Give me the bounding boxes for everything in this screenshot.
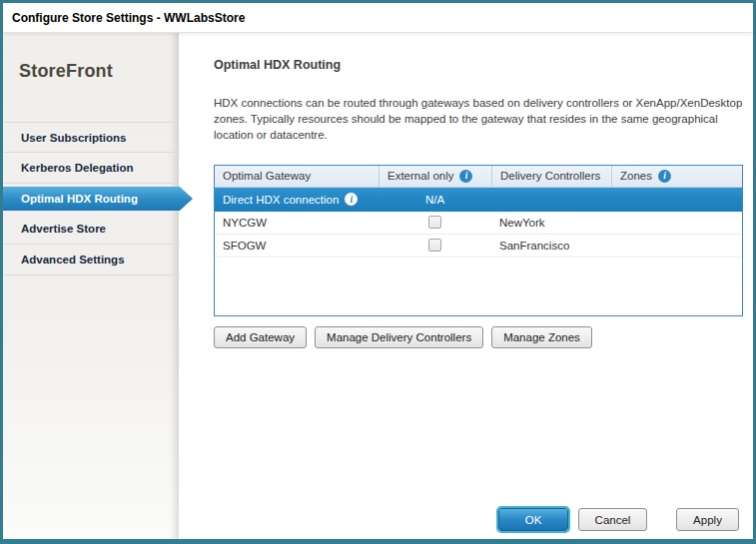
add-gateway-button[interactable]: Add Gateway — [214, 326, 307, 348]
dialog-footer: OK Cancel Apply — [498, 508, 739, 531]
delivery-controllers-cell: SanFrancisco — [491, 235, 611, 257]
dialog-titlebar: Configure Store Settings - WWLabsStore — [3, 3, 753, 33]
table-row-direct-hdx-connection[interactable]: Direct HDX connection N/A — [215, 188, 742, 212]
column-header-label: Delivery Controllers — [500, 170, 600, 182]
main-panel: Optimal HDX Routing HDX connections can … — [179, 33, 756, 539]
gateway-name: Direct HDX connection — [223, 194, 339, 206]
column-header-label: Zones — [620, 170, 652, 182]
external-only-checkbox[interactable] — [428, 239, 441, 252]
column-header-external-only[interactable]: External only — [378, 166, 491, 187]
sidebar-menu: User Subscriptions Kerberos Delegation O… — [3, 122, 179, 275]
gateway-table: Optimal Gateway External only Delivery C… — [214, 165, 743, 316]
column-header-delivery-controllers[interactable]: Delivery Controllers — [491, 166, 611, 187]
table-empty-area — [215, 258, 742, 315]
apply-button[interactable]: Apply — [676, 508, 739, 531]
page-title: Optimal HDX Routing — [214, 58, 743, 72]
table-row-nycgw[interactable]: NYCGW NewYork — [215, 212, 742, 235]
dialog-body: StoreFront User Subscriptions Kerberos D… — [3, 33, 753, 539]
column-header-zones[interactable]: Zones — [611, 166, 742, 187]
sidebar: StoreFront User Subscriptions Kerberos D… — [3, 33, 179, 539]
external-only-cell — [378, 212, 491, 234]
external-only-cell: N/A — [378, 188, 491, 212]
gateway-cell: SFOGW — [215, 235, 378, 257]
column-header-label: Optimal Gateway — [223, 170, 311, 182]
zones-cell — [611, 235, 742, 257]
zones-cell — [611, 188, 742, 212]
sidebar-item-optimal-hdx-routing[interactable]: Optimal HDX Routing — [3, 187, 193, 211]
direct-hdx-info-icon[interactable] — [345, 193, 358, 206]
zones-cell — [611, 212, 742, 234]
sidebar-item-user-subscriptions[interactable]: User Subscriptions — [3, 122, 179, 153]
manage-zones-button[interactable]: Manage Zones — [491, 326, 592, 348]
column-header-label: External only — [387, 170, 453, 182]
storefront-brand: StoreFront — [3, 33, 179, 82]
ok-button[interactable]: OK — [498, 508, 568, 531]
cancel-button[interactable]: Cancel — [578, 508, 647, 531]
delivery-controllers-cell: NewYork — [491, 212, 611, 234]
external-only-checkbox[interactable] — [428, 216, 441, 229]
gateway-cell: Direct HDX connection — [215, 188, 378, 212]
table-header-row: Optimal Gateway External only Delivery C… — [215, 166, 742, 188]
manage-delivery-controllers-button[interactable]: Manage Delivery Controllers — [315, 326, 483, 348]
sidebar-item-advertise-store[interactable]: Advertise Store — [3, 214, 179, 245]
dialog-title: Configure Store Settings - WWLabsStore — [12, 11, 245, 25]
configure-store-settings-dialog: Configure Store Settings - WWLabsStore S… — [0, 0, 756, 544]
gateway-cell: NYCGW — [215, 212, 378, 234]
delivery-controllers-cell — [491, 188, 611, 212]
page-description: HDX connections can be routed through ga… — [214, 96, 743, 144]
table-row-sfogw[interactable]: SFOGW SanFrancisco — [215, 235, 742, 258]
sidebar-item-advanced-settings[interactable]: Advanced Settings — [3, 245, 179, 275]
external-only-cell — [378, 235, 491, 257]
external-only-info-icon[interactable] — [459, 170, 472, 183]
table-action-buttons: Add Gateway Manage Delivery Controllers … — [214, 326, 743, 348]
column-header-optimal-gateway[interactable]: Optimal Gateway — [215, 166, 378, 187]
zones-info-icon[interactable] — [658, 170, 671, 183]
sidebar-item-kerberos-delegation[interactable]: Kerberos Delegation — [3, 153, 179, 184]
